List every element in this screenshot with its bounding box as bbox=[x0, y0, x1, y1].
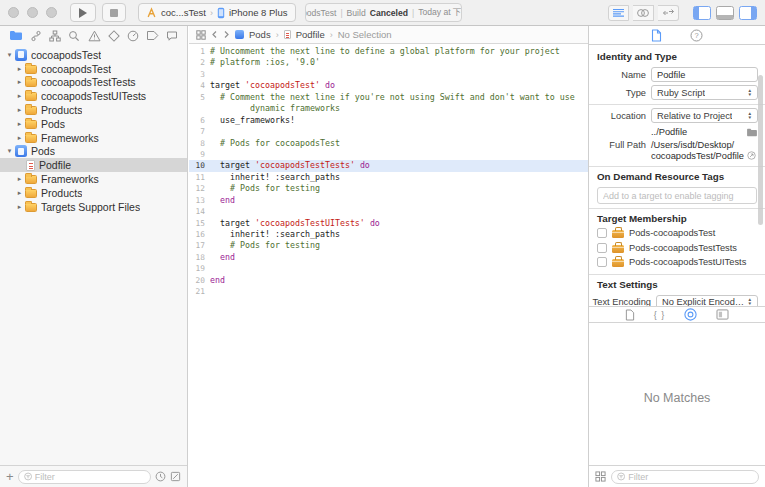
line-number[interactable]: 7 bbox=[189, 126, 210, 137]
code-line[interactable]: 10 target 'cocoapodsTestTests' do bbox=[189, 160, 588, 171]
tree-item-pods[interactable]: ▾Pods bbox=[0, 145, 187, 159]
standard-editor-button[interactable] bbox=[608, 5, 629, 21]
object-library-icon[interactable] bbox=[684, 308, 697, 321]
zoom-window-button[interactable] bbox=[46, 7, 57, 18]
assistant-editor-button[interactable] bbox=[633, 5, 654, 21]
code-snippet-library-icon[interactable]: { } bbox=[654, 310, 666, 320]
tree-item-cocoapodstest[interactable]: ▾cocoapodsTest bbox=[0, 48, 187, 62]
disclosure-triangle-icon[interactable]: ▸ bbox=[14, 203, 25, 211]
line-number[interactable]: 19 bbox=[189, 263, 210, 274]
line-number[interactable] bbox=[189, 103, 210, 114]
help-inspector-tab-icon[interactable]: ? bbox=[690, 29, 703, 42]
code-line[interactable]: 21 bbox=[189, 286, 588, 297]
code-line[interactable]: 4target 'cocoapodsTest' do bbox=[189, 80, 588, 91]
line-number[interactable]: 13 bbox=[189, 195, 210, 206]
line-number[interactable]: 14 bbox=[189, 206, 210, 217]
scheme-selector[interactable]: coc...sTest › iPhone 8 Plus bbox=[138, 3, 296, 22]
grid-view-icon[interactable] bbox=[595, 471, 606, 482]
inspector-scrollbar[interactable] bbox=[758, 75, 763, 225]
line-number[interactable]: 21 bbox=[189, 286, 210, 297]
choose-folder-icon[interactable] bbox=[746, 128, 758, 137]
report-navigator-tab[interactable] bbox=[166, 30, 178, 42]
code-line[interactable]: 11 inherit! :search_paths bbox=[189, 172, 588, 183]
tree-item-frameworks[interactable]: ▸Frameworks bbox=[0, 172, 187, 186]
test-navigator-tab[interactable] bbox=[108, 30, 120, 42]
forward-icon[interactable] bbox=[223, 30, 230, 39]
issue-navigator-tab[interactable] bbox=[88, 30, 101, 42]
close-window-button[interactable] bbox=[8, 7, 19, 18]
code-line[interactable]: 5 # Comment the next line if you're not … bbox=[189, 92, 588, 103]
source-control-navigator-tab[interactable] bbox=[30, 30, 42, 42]
file-template-library-icon[interactable] bbox=[625, 309, 635, 321]
code-line[interactable]: 8 # Pods for cocoapodsTest bbox=[189, 138, 588, 149]
symbol-navigator-tab[interactable] bbox=[49, 30, 61, 42]
disclosure-triangle-icon[interactable]: ▸ bbox=[14, 92, 25, 100]
disclosure-triangle-icon[interactable]: ▸ bbox=[14, 106, 25, 114]
code-line[interactable]: 9 bbox=[189, 149, 588, 160]
tree-item-targets-support-files[interactable]: ▸Targets Support Files bbox=[0, 200, 187, 214]
jumpbar-crumb-selection[interactable]: No Selection bbox=[338, 29, 392, 40]
tree-item-pods[interactable]: ▸Pods bbox=[0, 117, 187, 131]
code-line[interactable]: 12 # Pods for testing bbox=[189, 183, 588, 194]
line-number[interactable]: 15 bbox=[189, 218, 210, 229]
file-inspector-tab-icon[interactable] bbox=[651, 29, 662, 42]
membership-checkbox[interactable] bbox=[597, 243, 607, 253]
line-number[interactable]: 2 bbox=[189, 57, 210, 68]
open-path-arrow-icon[interactable] bbox=[747, 151, 756, 160]
code-line[interactable]: 2# platform :ios, '9.0' bbox=[189, 57, 588, 68]
name-input[interactable] bbox=[657, 70, 752, 80]
line-number[interactable]: 4 bbox=[189, 80, 210, 91]
tree-item-cocoapodstest[interactable]: ▸cocoapodsTest bbox=[0, 62, 187, 76]
tree-item-cocoapodstesttests[interactable]: ▸cocoapodsTestTests bbox=[0, 76, 187, 90]
toggle-debug-area-button[interactable] bbox=[716, 6, 734, 20]
tree-item-frameworks[interactable]: ▸Frameworks bbox=[0, 131, 187, 145]
disclosure-triangle-icon[interactable]: ▸ bbox=[14, 175, 25, 183]
code-line[interactable]: 20end bbox=[189, 275, 588, 286]
jumpbar-crumb-project[interactable]: Pods bbox=[249, 29, 271, 40]
project-navigator-tab[interactable] bbox=[9, 30, 23, 41]
tree-item-cocoapodstestuitests[interactable]: ▸cocoapodsTestUITests bbox=[0, 89, 187, 103]
disclosure-triangle-icon[interactable]: ▸ bbox=[14, 189, 25, 197]
back-icon[interactable] bbox=[211, 30, 218, 39]
membership-checkbox[interactable] bbox=[597, 228, 607, 238]
code-line[interactable]: 15 target 'cocoapodsTestUITests' do bbox=[189, 218, 588, 229]
line-number[interactable]: 18 bbox=[189, 252, 210, 263]
code-line[interactable]: 16 inherit! :search_paths bbox=[189, 229, 588, 240]
line-number[interactable]: 3 bbox=[189, 69, 210, 80]
line-number[interactable]: 8 bbox=[189, 138, 210, 149]
location-dropdown[interactable]: Relative to Project ▲▼ bbox=[651, 108, 758, 123]
odr-tags-field[interactable] bbox=[597, 187, 757, 204]
tree-item-podfile[interactable]: Podfile bbox=[0, 158, 187, 172]
run-button[interactable] bbox=[70, 3, 96, 22]
code-line[interactable]: 14 bbox=[189, 206, 588, 217]
text-encoding-dropdown[interactable]: No Explicit Encoding ▲▼ bbox=[656, 295, 758, 307]
line-number[interactable]: 16 bbox=[189, 229, 210, 240]
navigator-filter-field[interactable] bbox=[18, 470, 151, 484]
media-library-icon[interactable] bbox=[716, 309, 729, 320]
code-line[interactable]: 13 end bbox=[189, 195, 588, 206]
type-dropdown[interactable]: Ruby Script ▲▼ bbox=[651, 85, 758, 100]
jumpbar-crumb-file[interactable]: Podfile bbox=[296, 29, 325, 40]
code-line[interactable]: 18 end bbox=[189, 252, 588, 263]
line-number[interactable]: 12 bbox=[189, 183, 210, 194]
tree-item-products[interactable]: ▸Products bbox=[0, 103, 187, 117]
line-number[interactable]: 10 bbox=[189, 160, 210, 171]
line-number[interactable]: 11 bbox=[189, 172, 210, 183]
related-items-icon[interactable] bbox=[196, 30, 206, 40]
add-file-button[interactable]: + bbox=[6, 472, 14, 482]
toggle-navigator-button[interactable] bbox=[693, 6, 711, 20]
disclosure-triangle-icon[interactable]: ▾ bbox=[4, 147, 15, 155]
code-line[interactable]: 7 bbox=[189, 126, 588, 137]
disclosure-triangle-icon[interactable]: ▾ bbox=[4, 51, 15, 59]
line-number[interactable]: 17 bbox=[189, 240, 210, 251]
line-number[interactable]: 9 bbox=[189, 149, 210, 160]
source-code[interactable]: 1# Uncomment the next line to define a g… bbox=[189, 44, 588, 487]
unsaved-files-icon[interactable] bbox=[170, 471, 181, 482]
library-filter-field[interactable] bbox=[611, 470, 759, 484]
line-number[interactable]: 5 bbox=[189, 92, 210, 103]
code-line[interactable]: 3 bbox=[189, 69, 588, 80]
line-number[interactable]: 20 bbox=[189, 275, 210, 286]
odr-tags-input[interactable] bbox=[603, 191, 751, 201]
recent-files-icon[interactable] bbox=[155, 471, 166, 482]
line-number[interactable]: 6 bbox=[189, 115, 210, 126]
